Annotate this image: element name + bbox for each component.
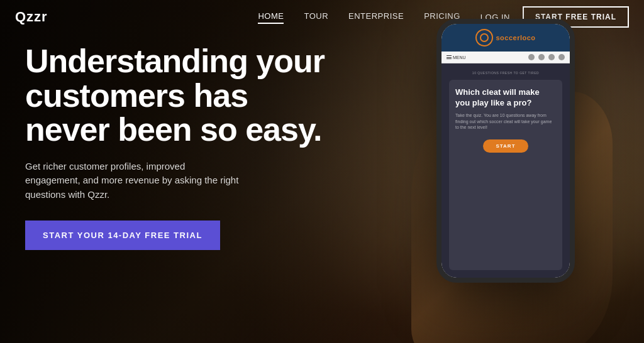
app-nav: MENU [441,52,570,63]
nav-item-home[interactable]: HOME [258,10,284,24]
app-logo-circle [475,29,493,46]
app-logo-text: soccerloco [496,34,535,41]
app-nav-icons [528,54,565,60]
app-start-button[interactable]: START [483,139,528,153]
menu-label: MENU [453,55,466,60]
hero-cta-button[interactable]: START YOUR 14-DAY FREE TRIAL [25,220,220,250]
nav-item-enterprise[interactable]: ENTERPRISE [348,10,404,24]
settings-icon[interactable] [548,54,555,60]
nav-link-tour[interactable]: TOUR [304,11,328,21]
hamburger-icon [447,55,452,59]
hero-content: Understanding your customers has never b… [25,44,327,250]
app-header: soccerloco [441,24,570,52]
nav-link-home[interactable]: HOME [258,11,284,24]
app-question-title: Which cleat will make you play like a pr… [455,87,556,109]
app-menu-button[interactable]: MENU [447,55,466,60]
brand-logo: Qzzr [15,9,48,25]
hero-section: Qzzr HOME TOUR ENTERPRISE PRICING LOG IN… [0,0,644,343]
nav-link-enterprise[interactable]: ENTERPRISE [348,11,404,21]
hero-subtext: Get richer customer profiles, improved e… [25,160,239,202]
nav-item-tour[interactable]: TOUR [304,10,328,24]
phone-screen: soccerloco MENU [441,24,570,278]
app-top-text: 10 QUESTIONS FRESH TO GET TIRED [449,71,562,75]
app-content: 10 QUESTIONS FRESH TO GET TIRED Which cl… [441,63,570,278]
app-logo-area: soccerloco [475,29,535,46]
app-name-main: soccer [496,34,519,41]
phone-mockup: soccerloco MENU [418,19,594,333]
hero-headline: Understanding your customers has never b… [25,44,327,147]
user-icon[interactable] [538,54,545,60]
cart-icon[interactable] [558,54,565,60]
app-question-card: Which cleat will make you play like a pr… [449,80,562,270]
app-question-desc: Take the quiz. You are 10 questions away… [455,112,556,131]
search-icon[interactable] [528,54,535,60]
app-name-accent: loco [520,34,536,41]
phone-frame: soccerloco MENU [436,19,575,283]
